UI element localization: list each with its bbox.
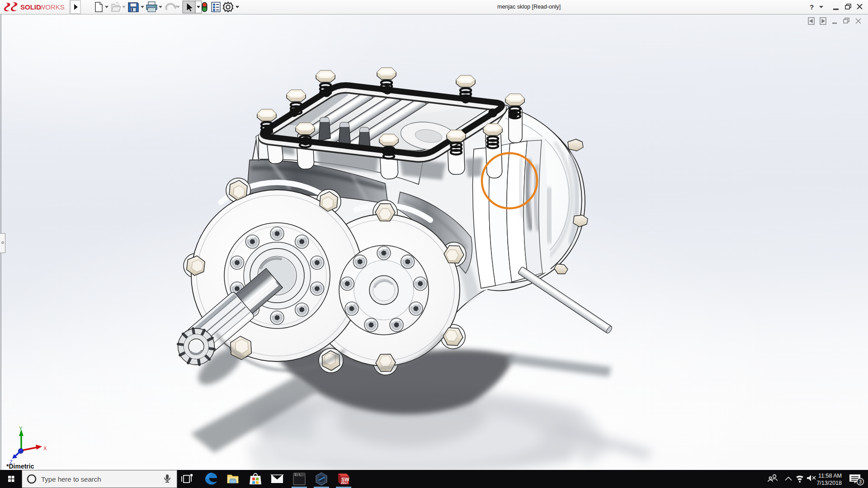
svg-text:3: 3 (859, 479, 862, 484)
svg-text:SOLID: SOLID (20, 3, 41, 11)
svg-text:X: X (43, 446, 47, 451)
svg-text:WORKS: WORKS (39, 3, 65, 11)
svg-text:C:\_: C:\_ (295, 473, 303, 477)
svg-text:Y: Y (19, 426, 23, 431)
svg-text:2017: 2017 (341, 481, 348, 484)
svg-text:?: ? (810, 3, 814, 11)
svg-text:7/13/2018: 7/13/2018 (816, 480, 842, 486)
svg-text:11:58 AM: 11:58 AM (818, 473, 842, 479)
